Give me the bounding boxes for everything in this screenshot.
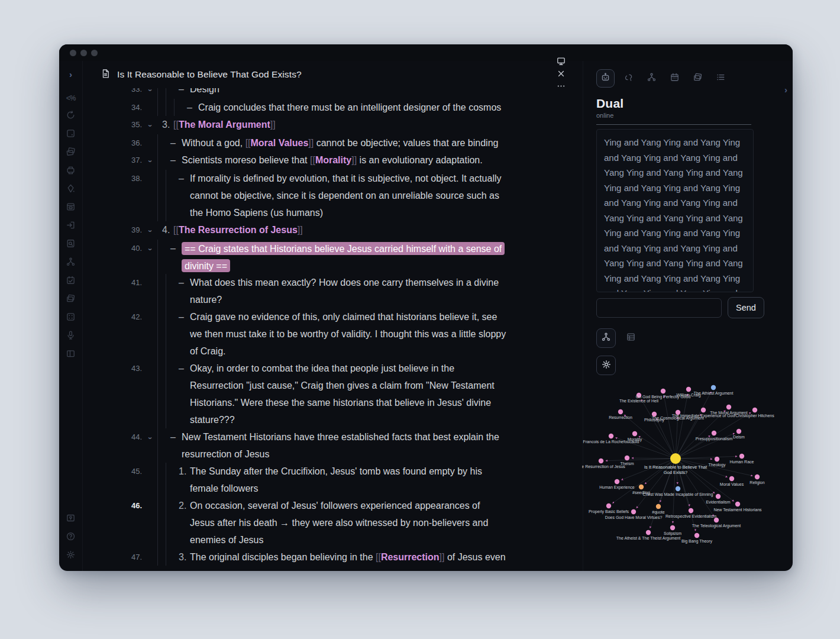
collapse-chevron-icon[interactable]: › <box>141 160 159 163</box>
collapse-chevron-icon[interactable]: › <box>141 248 159 251</box>
outline-line[interactable]: 38.–If morality is defined by evolution,… <box>83 170 583 221</box>
rail-history-button[interactable] <box>64 107 78 125</box>
monitor-button[interactable] <box>556 56 566 69</box>
outline-line[interactable]: 35.›3.[[The Moral Argument]] <box>83 116 583 134</box>
rail-vault-button[interactable] <box>64 510 78 528</box>
graph-node[interactable] <box>736 429 741 434</box>
graph-tab-table[interactable] <box>621 328 641 348</box>
wiki-link[interactable]: The Moral Argument <box>179 120 270 130</box>
outline-line[interactable]: 39.›4.[[The Resurrection of Jesus]] <box>83 221 583 240</box>
rail-code-button[interactable]: <% <box>64 89 78 107</box>
close-button[interactable] <box>556 69 566 81</box>
graph-node[interactable] <box>676 486 680 491</box>
traffic-light-minimize[interactable] <box>80 50 87 56</box>
panel-tab-robot[interactable] <box>596 69 615 88</box>
outline-line[interactable]: 40.›–== Craig states that Historians bel… <box>83 240 583 274</box>
graph-node[interactable] <box>615 479 619 484</box>
rail-settings-button[interactable] <box>64 547 78 565</box>
rail-dice-alt-button[interactable] <box>64 309 78 327</box>
rail-cards-button[interactable] <box>64 144 78 162</box>
chat-input[interactable] <box>596 298 722 318</box>
rail-paint-button[interactable] <box>64 180 78 199</box>
wiki-link[interactable]: Morality <box>315 155 351 165</box>
graph-node[interactable] <box>729 476 734 481</box>
rail-sign-in-button[interactable] <box>64 217 78 235</box>
graph-node[interactable] <box>715 457 719 462</box>
graph-node[interactable] <box>714 518 719 522</box>
collapse-chevron-icon[interactable]: › <box>141 125 159 127</box>
graph-node[interactable] <box>716 494 721 499</box>
outline-line[interactable]: 46.2.On occasion, several of Jesus' foll… <box>83 497 583 548</box>
rail-mic-button[interactable] <box>64 327 78 346</box>
rail-help-button[interactable] <box>64 528 78 547</box>
graph-node[interactable] <box>726 405 731 409</box>
graph-node[interactable] <box>689 508 693 513</box>
graph-node[interactable] <box>609 434 613 438</box>
graph-node[interactable] <box>618 409 623 414</box>
chat-message[interactable]: Ying and Yang Ying and Yang Ying and Yan… <box>596 129 754 292</box>
outline-line[interactable]: 41.–What does this mean exactly? How doe… <box>83 274 583 308</box>
panel-tab-list[interactable] <box>712 69 730 88</box>
graph-node[interactable] <box>701 408 706 412</box>
graph-node[interactable] <box>735 502 740 506</box>
expand-sidebar-chevron-icon[interactable]: › <box>69 69 72 79</box>
graph-node[interactable] <box>661 389 665 393</box>
graph-node[interactable] <box>752 408 757 412</box>
graph-tab-graph[interactable] <box>596 328 616 348</box>
collapse-panel-chevron-icon[interactable]: › <box>784 85 787 95</box>
graph-center-node[interactable] <box>670 453 681 464</box>
graph-node[interactable] <box>639 485 644 489</box>
graph-node[interactable] <box>625 456 629 460</box>
panel-tab-graph[interactable] <box>642 69 661 88</box>
graph-node[interactable] <box>712 431 716 435</box>
collapse-chevron-icon[interactable]: › <box>141 89 159 92</box>
line-text: –Without a god, [[Moral Values]] cannot … <box>170 134 507 151</box>
outline-line[interactable]: 45.1.The Sunday after the Crucifixion, J… <box>83 463 583 497</box>
graph-view[interactable]: The Existence of HellOn God Being Perfec… <box>582 380 793 571</box>
outline-line[interactable]: 47.3.The original disciples began believ… <box>83 548 583 566</box>
panel-tab-link[interactable] <box>619 69 638 88</box>
graph-node[interactable] <box>711 385 716 390</box>
outline-line[interactable]: 33.›–Design <box>83 88 583 99</box>
rail-file-search-button[interactable] <box>64 235 78 254</box>
graph-node[interactable] <box>755 475 760 479</box>
editor-content[interactable]: 33.›–Design34.–Craig concludes that ther… <box>83 88 583 571</box>
indent-guide <box>157 548 166 566</box>
rail-calendar-check-button[interactable] <box>64 272 78 291</box>
outline-line[interactable]: 34.–Craig concludes that there must be a… <box>83 99 583 116</box>
outline-line[interactable]: 42.–Craig gave no evidence of this, only… <box>83 308 583 360</box>
line-text: 3.The original disciples began believing… <box>179 548 507 566</box>
outline-line[interactable]: 36.–Without a god, [[Moral Values]] cann… <box>83 134 583 151</box>
rail-layout-button[interactable] <box>64 346 78 364</box>
send-button[interactable]: Send <box>728 297 764 318</box>
rail-dice-button[interactable] <box>64 125 78 144</box>
graph-node[interactable] <box>606 504 611 508</box>
traffic-light-close[interactable] <box>70 50 76 56</box>
graph-node[interactable] <box>599 459 603 463</box>
outline-line[interactable]: 37.›–Scientists moreso believe that [[Mo… <box>83 151 583 170</box>
graph-node[interactable] <box>631 509 636 514</box>
graph-node[interactable] <box>656 504 661 509</box>
graph-node[interactable] <box>646 530 651 535</box>
wiki-link[interactable]: Moral Values <box>251 138 309 148</box>
graph-node[interactable] <box>632 431 637 436</box>
outline-line[interactable]: 43.–Okay, in order to combat the idea th… <box>83 360 583 428</box>
rail-archive-button[interactable] <box>64 199 78 217</box>
graph-node[interactable] <box>694 533 699 538</box>
collapse-chevron-icon[interactable]: › <box>141 437 159 440</box>
panel-tab-calendar[interactable] <box>665 69 684 88</box>
rail-gallery-button[interactable] <box>64 291 78 309</box>
graph-node[interactable] <box>686 387 691 392</box>
panel-tab-gallery[interactable] <box>689 69 707 88</box>
graph-node[interactable] <box>670 525 675 530</box>
rail-graph-button[interactable] <box>64 254 78 272</box>
traffic-light-zoom[interactable] <box>91 50 98 56</box>
graph-node[interactable] <box>739 454 744 459</box>
rail-print-button[interactable] <box>64 162 78 180</box>
wiki-link[interactable]: The Resurrection of Jesus <box>179 225 298 235</box>
outline-line[interactable]: 44.›–New Testament Historians have three… <box>83 428 583 463</box>
dice-icon <box>66 128 76 141</box>
wiki-link[interactable]: Resurrection <box>381 552 440 562</box>
collapse-chevron-icon[interactable]: › <box>141 230 159 233</box>
graph-settings-button[interactable] <box>596 356 616 375</box>
